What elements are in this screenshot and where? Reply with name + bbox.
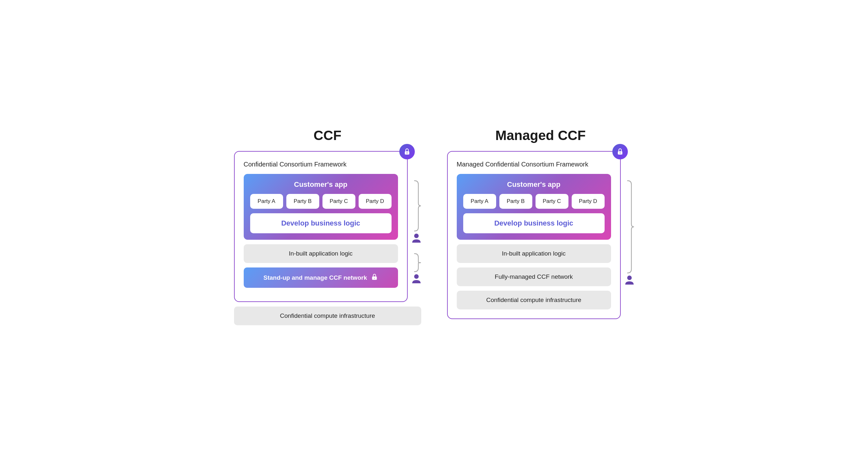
ccf-frame-label: Confidential Consortium Framework bbox=[244, 161, 398, 168]
ccf-person-top bbox=[411, 233, 421, 244]
ccf-party-c: Party C bbox=[322, 194, 355, 209]
managed-ccf-confidential-text: Confidential compute infrastructure bbox=[486, 296, 581, 303]
managed-ccf-person bbox=[625, 275, 634, 286]
svg-point-1 bbox=[406, 153, 407, 154]
ccf-top-brace bbox=[412, 180, 421, 232]
managed-ccf-right-side bbox=[625, 151, 634, 286]
managed-ccf-frame-label: Managed Confidential Consortium Framewor… bbox=[457, 161, 611, 168]
svg-point-5 bbox=[414, 274, 418, 279]
managed-ccf-managed-network-box: Fully-managed CCF network bbox=[457, 267, 611, 286]
ccf-party-b: Party B bbox=[286, 194, 319, 209]
ccf-customers-app: Customer's app Party A Party B Party C P… bbox=[244, 174, 398, 240]
managed-ccf-managed-network-text: Fully-managed CCF network bbox=[495, 273, 573, 280]
managed-ccf-inbuilt-text: In-built application logic bbox=[502, 250, 566, 257]
managed-ccf-outer-frame: Managed Confidential Consortium Framewor… bbox=[447, 151, 621, 319]
ccf-right-side bbox=[411, 151, 421, 285]
managed-ccf-develop-logic-text: Develop business logic bbox=[494, 219, 573, 227]
ccf-inbuilt-box: In-built application logic bbox=[244, 244, 398, 263]
ccf-manage-lock-icon bbox=[371, 273, 378, 282]
managed-ccf-party-b: Party B bbox=[499, 194, 532, 209]
ccf-bottom-brace bbox=[412, 253, 421, 272]
managed-ccf-customers-app: Customer's app Party A Party B Party C P… bbox=[457, 174, 611, 240]
managed-ccf-party-c: Party C bbox=[535, 194, 568, 209]
ccf-outer-frame: Confidential Consortium Framework Custom… bbox=[234, 151, 408, 302]
managed-ccf-party-a: Party A bbox=[463, 194, 496, 209]
managed-ccf-lock-badge bbox=[612, 144, 628, 159]
managed-ccf-parties-row: Party A Party B Party C Party D bbox=[463, 194, 604, 209]
ccf-develop-logic-text: Develop business logic bbox=[281, 219, 360, 227]
ccf-title: CCF bbox=[313, 128, 341, 143]
managed-ccf-confidential-box: Confidential compute infrastructure bbox=[457, 291, 611, 310]
page-container: CCF Confidential Consortium Framework Cu… bbox=[208, 128, 660, 325]
ccf-manage-text: Stand-up and manage CCF network bbox=[264, 274, 367, 281]
ccf-party-a: Party A bbox=[250, 194, 283, 209]
svg-point-8 bbox=[627, 276, 632, 280]
ccf-manage-box: Stand-up and manage CCF network bbox=[244, 267, 398, 288]
ccf-lock-badge bbox=[399, 144, 415, 159]
managed-ccf-develop-logic-box: Develop business logic bbox=[463, 213, 604, 233]
managed-ccf-app-title: Customer's app bbox=[463, 181, 604, 189]
ccf-app-title: Customer's app bbox=[250, 181, 392, 189]
ccf-party-d: Party D bbox=[359, 194, 392, 209]
ccf-section: CCF Confidential Consortium Framework Cu… bbox=[234, 128, 421, 325]
managed-ccf-section: Managed CCF Managed Confidential Consort… bbox=[447, 128, 634, 319]
svg-point-7 bbox=[619, 153, 620, 154]
ccf-parties-row: Party A Party B Party C Party D bbox=[250, 194, 392, 209]
managed-ccf-party-d: Party D bbox=[572, 194, 604, 209]
managed-ccf-inbuilt-box: In-built application logic bbox=[457, 244, 611, 263]
ccf-person-bottom bbox=[411, 273, 421, 285]
managed-ccf-title: Managed CCF bbox=[495, 128, 586, 143]
ccf-develop-logic-box: Develop business logic bbox=[250, 213, 392, 233]
ccf-confidential-text: Confidential compute infrastructure bbox=[280, 312, 375, 319]
ccf-confidential-compute: Confidential compute infrastructure bbox=[234, 306, 421, 325]
svg-point-4 bbox=[414, 234, 418, 238]
managed-ccf-brace bbox=[625, 180, 634, 273]
ccf-inbuilt-text: In-built application logic bbox=[289, 250, 353, 257]
svg-point-3 bbox=[374, 278, 375, 279]
